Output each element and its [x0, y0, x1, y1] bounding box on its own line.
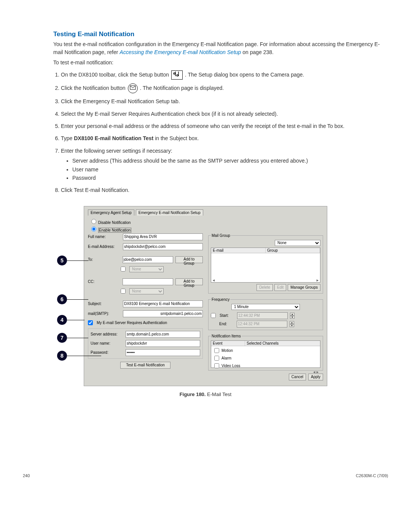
- callout-7-num: 7: [57, 333, 67, 343]
- radio-enable[interactable]: Enable Notification: [89, 225, 323, 233]
- callouts: 5 6 4 7 8: [57, 206, 88, 397]
- label-server: Server address:: [91, 332, 123, 336]
- doc-id: C2630M-C (7/09): [356, 473, 388, 478]
- delete-button[interactable]: Delete: [256, 284, 273, 291]
- auth-checkbox-label: My E-mail Server Requires Authentication: [97, 321, 167, 325]
- test-email-button[interactable]: Test E-mail Notification: [120, 362, 170, 369]
- label-start: Start:: [220, 313, 235, 318]
- server-input[interactable]: [126, 331, 200, 338]
- start-time-input[interactable]: [237, 312, 288, 319]
- notification-icon: [128, 83, 138, 93]
- radio-disable-input[interactable]: [91, 219, 96, 224]
- video-loss-checkbox[interactable]: [214, 363, 219, 368]
- radio-enable-label: Enable Notification: [98, 228, 131, 233]
- label-fullname: Full name:: [88, 235, 121, 239]
- footer: 240 C2630M-C (7/09): [23, 473, 388, 478]
- tab-agent-setup[interactable]: Emergency Agent Setup: [88, 209, 134, 216]
- notification-items-legend: Notification Items: [211, 334, 242, 338]
- start-checkbox[interactable]: [211, 313, 216, 318]
- step-1b: . The Setup dialog box opens to the Came…: [185, 72, 304, 78]
- page-number: 240: [23, 473, 30, 478]
- add-to-group-button-to[interactable]: Add to Group: [175, 256, 203, 263]
- figure-caption-rest: E-Mail Test: [207, 391, 231, 397]
- callout-7: 7: [57, 333, 67, 343]
- cc-none-checkbox[interactable]: [121, 289, 126, 294]
- scroll-right-icon[interactable]: ►: [316, 278, 319, 282]
- cc-none-select[interactable]: None: [129, 288, 164, 294]
- password-input[interactable]: [126, 349, 200, 356]
- tab-email-notification-setup[interactable]: Emergency E-mail Notification Setup: [136, 209, 203, 216]
- callout-5: 5: [57, 256, 67, 265]
- steps-list: On the DX8100 toolbar, click the Setup b…: [53, 70, 388, 195]
- step-6: Type DX8100 E-mail Notification Test in …: [61, 134, 388, 142]
- smtp-input[interactable]: [123, 310, 203, 317]
- subject-input[interactable]: [123, 300, 203, 307]
- label-email: E-mail Address:: [88, 244, 121, 249]
- intro-link[interactable]: Accessing the Emergency E-mail Notificat…: [119, 49, 241, 55]
- frequency-legend: Frequency: [211, 297, 230, 302]
- start-down-icon[interactable]: ▼: [290, 316, 295, 319]
- user-input[interactable]: [126, 340, 200, 347]
- figure-caption-bold: Figure 180.: [180, 391, 206, 397]
- intro-after: on page 238.: [242, 49, 274, 55]
- step-5: Enter your personal e-mail address or th…: [61, 122, 388, 130]
- end-time-input[interactable]: [237, 321, 287, 328]
- tabs: Emergency Agent Setup Emergency E-mail N…: [88, 209, 323, 216]
- fullname-input[interactable]: [123, 233, 203, 240]
- scroll-left-icon[interactable]: ◄: [212, 278, 215, 282]
- left-column: Full name: E-mail Address: To: Add to Gr…: [88, 233, 203, 371]
- auth-checkbox-row[interactable]: My E-mail Server Requires Authentication: [88, 320, 203, 325]
- label-subject: Subject:: [88, 302, 121, 306]
- edit-button[interactable]: Edit: [274, 284, 286, 291]
- item-alarm[interactable]: Alarm: [213, 355, 319, 362]
- step-3: Click the Emergency E-mail Notification …: [61, 97, 388, 105]
- col-email: E-mail: [211, 248, 266, 253]
- mail-group: Mail Group None E-mail Group ◄► Delete: [208, 233, 323, 294]
- frequency-select[interactable]: 1 Minute: [231, 304, 300, 310]
- apply-button[interactable]: Apply: [308, 374, 323, 380]
- col-event: Event: [211, 341, 245, 346]
- to-input[interactable]: [123, 256, 173, 263]
- cancel-button[interactable]: Cancel: [289, 374, 306, 380]
- step-7a: Server address (This address should be t…: [72, 157, 388, 165]
- mail-group-select[interactable]: None: [275, 240, 320, 246]
- label-user: User name:: [91, 341, 123, 345]
- step-7-text: Enter the following server settings if n…: [61, 148, 172, 154]
- item-video-loss[interactable]: Video Loss: [213, 362, 319, 369]
- step-2: Click the Notification button . The Noti…: [61, 83, 388, 93]
- end-up-icon[interactable]: ▲: [290, 321, 294, 324]
- radio-disable[interactable]: Disable Notification: [89, 218, 323, 225]
- callout-8: 8: [57, 351, 67, 361]
- callout-6-num: 6: [57, 294, 67, 304]
- callout-4: 4: [57, 315, 67, 325]
- step-7-sublist: Server address (This address should be t…: [72, 157, 388, 182]
- end-down-icon[interactable]: ▼: [290, 324, 294, 327]
- step-6a: Type: [61, 135, 74, 141]
- intro-paragraph: You test the e-mail notification configu…: [53, 40, 388, 56]
- email-input[interactable]: [123, 243, 203, 250]
- to-none-select[interactable]: None: [129, 266, 164, 272]
- auth-checkbox[interactable]: [88, 320, 93, 325]
- motion-checkbox[interactable]: [214, 348, 219, 353]
- manage-groups-button[interactable]: Manage Groups: [288, 284, 320, 291]
- section-title: Testing E-mail Notification: [53, 30, 388, 38]
- start-up-icon[interactable]: ▲: [290, 313, 295, 316]
- callout-8-num: 8: [57, 351, 67, 361]
- col-selected-channels: Selected Channels: [245, 341, 320, 346]
- step-7c: Password: [72, 174, 388, 182]
- to-test-label: To test e-mail notification:: [53, 59, 388, 67]
- to-none-checkbox[interactable]: [121, 267, 126, 272]
- dialog: Emergency Agent Setup Emergency E-mail N…: [84, 206, 327, 386]
- item-motion[interactable]: Motion: [213, 347, 319, 354]
- alarm-checkbox[interactable]: [214, 356, 219, 361]
- add-to-group-button-cc[interactable]: Add to Group: [175, 278, 203, 285]
- figure: 5 6 4 7 8 Emergency Agent Setup Emergenc…: [84, 206, 327, 397]
- notification-items-table: Event Selected Channels Motion Alarm Vid…: [211, 340, 320, 368]
- step-1a: On the DX8100 toolbar, click the Setup b…: [61, 72, 170, 78]
- cc-input[interactable]: [123, 278, 173, 285]
- setup-icon: [171, 70, 183, 80]
- notification-items-group: Notification Items Event Selected Channe…: [208, 334, 323, 371]
- mail-group-legend: Mail Group: [211, 233, 231, 238]
- label-to: To:: [88, 257, 120, 262]
- radio-enable-input[interactable]: [91, 227, 96, 232]
